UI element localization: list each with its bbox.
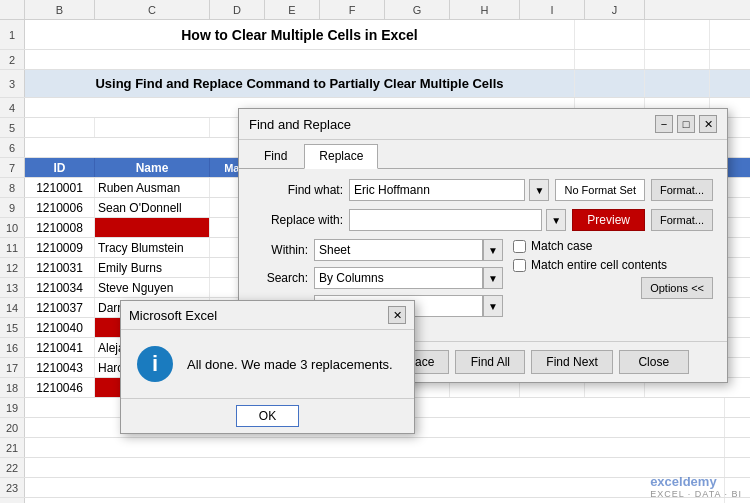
dialog-window-controls: − □ ✕ bbox=[655, 115, 717, 133]
col-header-j: J bbox=[585, 0, 645, 19]
id-10: 1210008 bbox=[25, 218, 95, 237]
replace-with-label: Replace with: bbox=[253, 213, 343, 227]
find-all-button[interactable]: Find All bbox=[455, 350, 525, 374]
replace-format-button[interactable]: Format... bbox=[651, 209, 713, 231]
lookin-dropdown[interactable]: ▼ bbox=[483, 295, 503, 317]
info-icon: i bbox=[137, 346, 173, 382]
find-what-input[interactable] bbox=[349, 179, 525, 201]
id-12: 1210031 bbox=[25, 258, 95, 277]
name-10 bbox=[95, 218, 210, 237]
row2-cell bbox=[25, 50, 575, 69]
id-13: 1210034 bbox=[25, 278, 95, 297]
col-header-h: H bbox=[450, 0, 520, 19]
msgbox-footer: OK bbox=[121, 398, 414, 433]
msgbox-titlebar: Microsoft Excel ✕ bbox=[121, 301, 414, 330]
dialog-tabs: Find Replace bbox=[239, 140, 727, 169]
msgbox-title-text: Microsoft Excel bbox=[129, 308, 217, 323]
match-entire-label: Match entire cell contents bbox=[531, 258, 667, 272]
row-1: 1 How to Clear Multiple Cells in Excel bbox=[0, 20, 750, 50]
match-case-row: Match case bbox=[513, 239, 713, 253]
title-cell: How to Clear Multiple Cells in Excel bbox=[25, 20, 575, 49]
within-row: Within: Sheet ▼ bbox=[253, 239, 503, 261]
tab-find[interactable]: Find bbox=[249, 144, 302, 168]
col-header-f: F bbox=[320, 0, 385, 19]
ok-button[interactable]: OK bbox=[236, 405, 299, 427]
within-label: Within: bbox=[253, 243, 308, 257]
close-button[interactable]: Close bbox=[619, 350, 689, 374]
col-header-d: D bbox=[210, 0, 265, 19]
tab-replace[interactable]: Replace bbox=[304, 144, 378, 169]
minimize-button[interactable]: − bbox=[655, 115, 673, 133]
message-box[interactable]: Microsoft Excel ✕ i All done. We made 3 … bbox=[120, 300, 415, 434]
id-8: 1210001 bbox=[25, 178, 95, 197]
search-select-wrap: By Columns ▼ bbox=[314, 267, 503, 289]
col-header-a bbox=[0, 0, 25, 19]
match-case-label: Match case bbox=[531, 239, 592, 253]
search-select[interactable]: By Columns bbox=[314, 267, 483, 289]
close-dialog-button[interactable]: ✕ bbox=[699, 115, 717, 133]
options-right: Match case Match entire cell contents Op… bbox=[513, 239, 713, 299]
id-15: 1210040 bbox=[25, 318, 95, 337]
search-row: Search: By Columns ▼ bbox=[253, 267, 503, 289]
watermark-logo: exceldemy EXCEL · DATA · BI bbox=[650, 474, 742, 499]
find-what-dropdown[interactable]: ▼ bbox=[529, 179, 549, 201]
row-22: 22 bbox=[0, 458, 750, 478]
id-16: 1210041 bbox=[25, 338, 95, 357]
row-21: 21 bbox=[0, 438, 750, 458]
row-3: 3 Using Find and Replace Command to Part… bbox=[0, 70, 750, 98]
header-name: Name bbox=[95, 158, 210, 177]
col-header-c: C bbox=[95, 0, 210, 19]
preview-button[interactable]: Preview bbox=[572, 209, 645, 231]
search-dropdown[interactable]: ▼ bbox=[483, 267, 503, 289]
name-9: Sean O'Donnell bbox=[95, 198, 210, 217]
within-dropdown[interactable]: ▼ bbox=[483, 239, 503, 261]
name-8: Ruben Ausman bbox=[95, 178, 210, 197]
no-format-set-label: No Format Set bbox=[555, 179, 645, 201]
col-header-e: E bbox=[265, 0, 320, 19]
replace-with-dropdown[interactable]: ▼ bbox=[546, 209, 566, 231]
row1-j bbox=[710, 20, 750, 49]
match-case-checkbox[interactable] bbox=[513, 240, 526, 253]
find-what-label: Find what: bbox=[253, 183, 343, 197]
id-11: 1210009 bbox=[25, 238, 95, 257]
msgbox-close-button[interactable]: ✕ bbox=[388, 306, 406, 324]
replace-with-row: Replace with: ▼ Preview Format... bbox=[253, 209, 713, 231]
column-headers: B C D E F G H I J bbox=[0, 0, 750, 20]
msgbox-body: i All done. We made 3 replacements. bbox=[121, 330, 414, 398]
name-11: Tracy Blumstein bbox=[95, 238, 210, 257]
col-header-b: B bbox=[25, 0, 95, 19]
replace-with-input[interactable] bbox=[349, 209, 542, 231]
col-header-g: G bbox=[385, 0, 450, 19]
id-18: 1210046 bbox=[25, 378, 95, 397]
id-9: 1210006 bbox=[25, 198, 95, 217]
msgbox-message: All done. We made 3 replacements. bbox=[187, 357, 393, 372]
within-select[interactable]: Sheet bbox=[314, 239, 483, 261]
match-entire-checkbox[interactable] bbox=[513, 259, 526, 272]
match-entire-row: Match entire cell contents bbox=[513, 258, 713, 272]
find-what-row: Find what: ▼ No Format Set Format... bbox=[253, 179, 713, 201]
dialog-title-text: Find and Replace bbox=[249, 117, 351, 132]
find-next-button[interactable]: Find Next bbox=[531, 350, 612, 374]
watermark: exceldemy EXCEL · DATA · BI bbox=[650, 474, 742, 499]
search-label: Search: bbox=[253, 271, 308, 285]
maximize-button[interactable]: □ bbox=[677, 115, 695, 133]
col-header-i: I bbox=[520, 0, 585, 19]
find-what-input-wrap: ▼ bbox=[349, 179, 549, 201]
replace-with-input-wrap: ▼ bbox=[349, 209, 566, 231]
row-23: 23 bbox=[0, 478, 750, 498]
row1-h bbox=[575, 20, 645, 49]
name-12: Emily Burns bbox=[95, 258, 210, 277]
options-button[interactable]: Options << bbox=[641, 277, 713, 299]
row-2: 2 bbox=[0, 50, 750, 70]
header-id: ID bbox=[25, 158, 95, 177]
id-17: 1210043 bbox=[25, 358, 95, 377]
find-format-button[interactable]: Format... bbox=[651, 179, 713, 201]
name-13: Steve Nguyen bbox=[95, 278, 210, 297]
within-select-wrap: Sheet ▼ bbox=[314, 239, 503, 261]
row1-i bbox=[645, 20, 710, 49]
subtitle-cell: Using Find and Replace Command to Partia… bbox=[25, 70, 575, 97]
id-14: 1210037 bbox=[25, 298, 95, 317]
row-24: 24 bbox=[0, 498, 750, 503]
dialog-titlebar: Find and Replace − □ ✕ bbox=[239, 109, 727, 140]
